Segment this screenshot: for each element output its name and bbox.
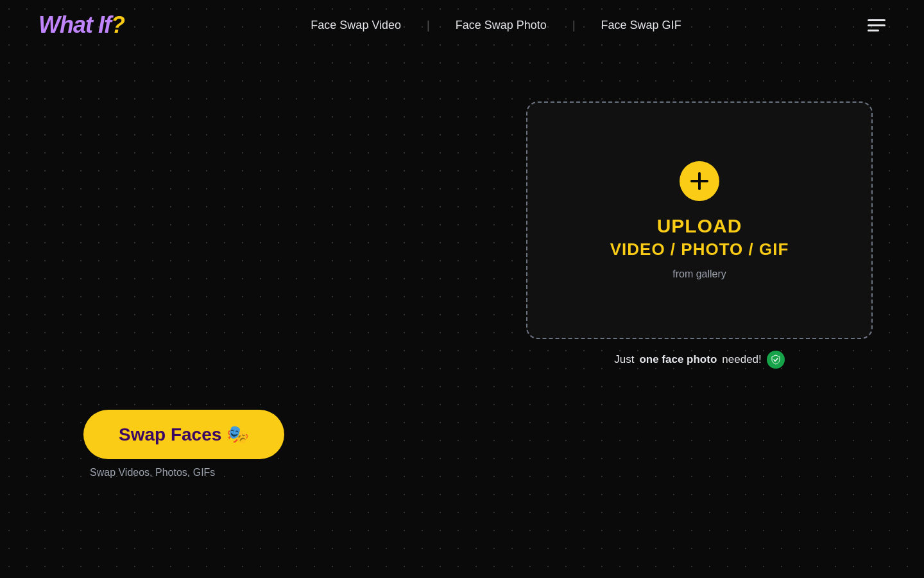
face-notice: Just one face photo needed! bbox=[614, 351, 785, 369]
nav-separator-1: | bbox=[427, 19, 430, 32]
notice-suffix: needed! bbox=[722, 353, 761, 366]
logo[interactable]: What If? bbox=[38, 12, 124, 39]
right-section: UPLOAD VIDEO / PHOTO / GIF from gallery … bbox=[526, 101, 873, 369]
shield-check-icon bbox=[767, 351, 785, 369]
notice-bold: one face photo bbox=[639, 353, 717, 366]
nav-face-swap-video[interactable]: Face Swap Video bbox=[311, 19, 401, 32]
left-section: Swap Faces 🎭 Swap Videos, Photos, GIFs bbox=[83, 101, 284, 478]
swap-faces-button[interactable]: Swap Faces 🎭 bbox=[83, 410, 284, 459]
notice-prefix: Just bbox=[614, 353, 634, 366]
swap-subtitle: Swap Videos, Photos, GIFs bbox=[83, 467, 215, 478]
main-content: Swap Faces 🎭 Swap Videos, Photos, GIFs U… bbox=[0, 50, 924, 478]
hamburger-menu-button[interactable] bbox=[868, 19, 886, 31]
upload-hint: from gallery bbox=[672, 268, 726, 280]
upload-subtitle: VIDEO / PHOTO / GIF bbox=[610, 240, 789, 259]
nav-face-swap-gif[interactable]: Face Swap GIF bbox=[601, 19, 681, 32]
upload-dropzone[interactable]: UPLOAD VIDEO / PHOTO / GIF from gallery bbox=[526, 101, 873, 339]
header: What If? Face Swap Video | Face Swap Pho… bbox=[0, 0, 924, 50]
upload-title: UPLOAD bbox=[657, 215, 742, 237]
upload-plus-icon bbox=[680, 161, 719, 201]
nav-face-swap-photo[interactable]: Face Swap Photo bbox=[456, 19, 547, 32]
nav-separator-2: | bbox=[572, 19, 576, 32]
main-nav: Face Swap Video | Face Swap Photo | Face… bbox=[311, 19, 681, 32]
